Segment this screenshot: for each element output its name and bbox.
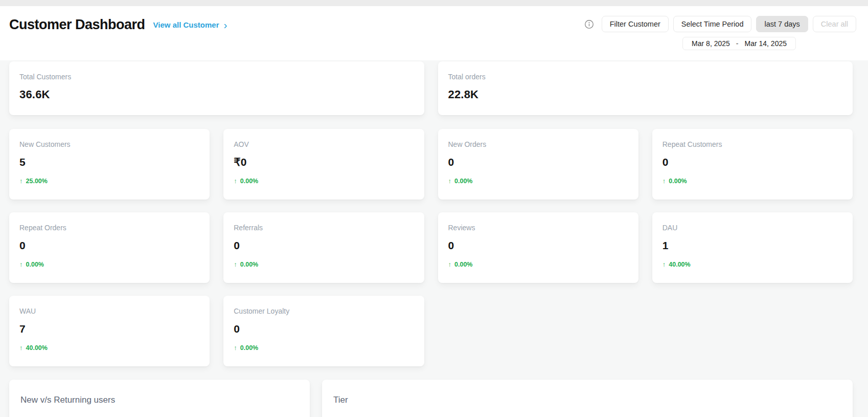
metric-change: ↑ 0.00% xyxy=(234,177,414,185)
info-icon[interactable] xyxy=(584,19,594,29)
metric-card-repeat-orders: Repeat Orders 0 ↑ 0.00% xyxy=(9,212,210,283)
dashboard-header: Customer Dashboard View all Customer › F… xyxy=(0,6,868,60)
trend-up-arrow-icon: ↑ xyxy=(19,260,23,268)
trend-up-arrow-icon: ↑ xyxy=(234,344,237,352)
page-title: Customer Dashboard xyxy=(9,17,145,33)
metric-value: 0 xyxy=(448,156,628,168)
metric-change: ↑ 40.00% xyxy=(663,260,842,268)
last-7-days-chip[interactable]: last 7 days xyxy=(756,16,808,32)
metric-change-value: 0.00% xyxy=(240,178,258,185)
metric-value: 0 xyxy=(234,323,414,335)
clear-all-button[interactable]: Clear all xyxy=(813,16,856,32)
header-left: Customer Dashboard View all Customer › xyxy=(9,16,227,60)
metric-value: 5 xyxy=(19,156,199,168)
metric-value: 1 xyxy=(663,239,842,252)
metric-card-wau: WAU 7 ↑ 40.00% xyxy=(9,296,210,366)
metric-card-reviews: Reviews 0 ↑ 0.00% xyxy=(438,212,638,283)
view-all-customer-label: View all Customer xyxy=(153,20,219,29)
metric-change-value: 0.00% xyxy=(26,261,44,268)
date-range-separator: - xyxy=(736,39,739,48)
metric-change: ↑ 0.00% xyxy=(19,260,199,268)
metric-change-value: 0.00% xyxy=(669,178,687,185)
metric-value: 36.6K xyxy=(19,88,414,101)
tier-panel: Tier xyxy=(322,380,853,417)
metric-label: New Orders xyxy=(448,140,628,149)
filter-customer-button[interactable]: Filter Customer xyxy=(602,16,669,32)
dashboard-content: Total Customers 36.6K Total orders 22.8K… xyxy=(0,60,868,417)
metric-value: 0 xyxy=(663,156,842,168)
view-all-customer-link[interactable]: View all Customer › xyxy=(153,20,227,29)
trend-up-arrow-icon: ↑ xyxy=(234,260,237,268)
metric-card-dau: DAU 1 ↑ 40.00% xyxy=(652,212,853,283)
trend-up-arrow-icon: ↑ xyxy=(663,260,666,268)
metric-change-value: 40.00% xyxy=(669,261,690,268)
trend-up-arrow-icon: ↑ xyxy=(663,177,666,185)
metric-label: Total orders xyxy=(448,73,843,81)
metric-card-new-orders: New Orders 0 ↑ 0.00% xyxy=(438,129,638,200)
metric-label: Repeat Orders xyxy=(19,224,199,232)
metric-change: ↑ 0.00% xyxy=(448,260,628,268)
trend-up-arrow-icon: ↑ xyxy=(234,177,237,185)
metric-value: 22.8K xyxy=(448,88,843,101)
metric-change: ↑ 0.00% xyxy=(663,177,842,185)
metric-label: New Customers xyxy=(19,140,199,149)
metric-change-value: 0.00% xyxy=(454,261,472,268)
date-range-start: Mar 8, 2025 xyxy=(692,39,730,48)
metric-value: 0 xyxy=(448,239,628,252)
metric-label: Total Customers xyxy=(19,73,414,81)
metric-value: ₹0 xyxy=(234,156,414,168)
metric-card-referrals: Referrals 0 ↑ 0.00% xyxy=(223,212,424,283)
date-range-pill[interactable]: Mar 8, 2025 - Mar 14, 2025 xyxy=(682,37,796,50)
window-top-strip xyxy=(0,0,868,6)
metric-label: Customer Loyalty xyxy=(234,307,414,316)
date-range-end: Mar 14, 2025 xyxy=(745,39,787,48)
panel-title: New v/s Returning users xyxy=(20,395,299,405)
metric-change-value: 0.00% xyxy=(240,261,258,268)
trend-up-arrow-icon: ↑ xyxy=(448,177,452,185)
metric-card-total-customers: Total Customers 36.6K xyxy=(9,61,424,115)
hero-metrics-row: Total Customers 36.6K Total orders 22.8K xyxy=(9,61,853,115)
metric-card-customer-loyalty: Customer Loyalty 0 ↑ 0.00% xyxy=(223,296,424,366)
metric-label: WAU xyxy=(19,307,199,316)
metric-change-value: 25.00% xyxy=(26,178,48,185)
trend-up-arrow-icon: ↑ xyxy=(448,260,452,268)
metric-value: 0 xyxy=(19,239,199,252)
metric-value: 0 xyxy=(234,239,414,252)
header-right: Filter Customer Select Time Period last … xyxy=(584,16,856,60)
metric-card-total-orders: Total orders 22.8K xyxy=(438,61,853,115)
metric-change: ↑ 0.00% xyxy=(234,260,414,268)
metric-change-value: 40.00% xyxy=(26,344,48,352)
date-row: Mar 8, 2025 - Mar 14, 2025 xyxy=(682,37,796,50)
metric-change: ↑ 40.00% xyxy=(19,344,199,352)
metric-label: AOV xyxy=(234,140,414,149)
chevron-right-icon: › xyxy=(224,21,227,29)
metric-change-value: 0.00% xyxy=(454,178,472,185)
new-vs-returning-users-panel: New v/s Returning users xyxy=(9,380,310,417)
bottom-charts-row: New v/s Returning users Tier xyxy=(9,380,853,417)
trend-up-arrow-icon: ↑ xyxy=(19,344,23,352)
panel-title: Tier xyxy=(333,395,841,405)
metric-label: DAU xyxy=(663,224,842,232)
metric-value: 7 xyxy=(19,323,199,335)
metric-card-aov: AOV ₹0 ↑ 0.00% xyxy=(223,129,424,200)
metric-change: ↑ 25.00% xyxy=(19,177,199,185)
metric-card-new-customers: New Customers 5 ↑ 25.00% xyxy=(9,129,210,200)
metric-change-value: 0.00% xyxy=(240,344,258,352)
header-controls: Filter Customer Select Time Period last … xyxy=(584,16,856,32)
select-time-period-button[interactable]: Select Time Period xyxy=(673,16,752,32)
metric-change: ↑ 0.00% xyxy=(234,344,414,352)
metric-cards-grid: New Customers 5 ↑ 25.00% AOV ₹0 ↑ 0.00% … xyxy=(9,129,853,366)
metric-change: ↑ 0.00% xyxy=(448,177,628,185)
metric-label: Referrals xyxy=(234,224,414,232)
metric-label: Repeat Customers xyxy=(663,140,842,149)
metric-label: Reviews xyxy=(448,224,628,232)
trend-up-arrow-icon: ↑ xyxy=(19,177,23,185)
metric-card-repeat-customers: Repeat Customers 0 ↑ 0.00% xyxy=(652,129,853,200)
